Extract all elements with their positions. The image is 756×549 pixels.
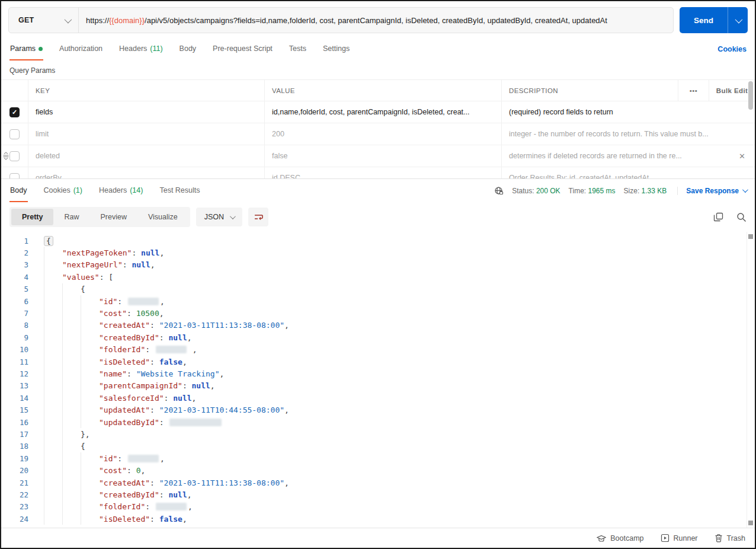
json-key: "folderId" (99, 502, 145, 511)
indent-guide (62, 441, 81, 452)
code-line: 16"updatedById": (1, 416, 755, 428)
response-body-editor[interactable]: 1{2"nextPageToken": null,3"nextPageUrl":… (1, 232, 755, 528)
footer-runner-button[interactable]: Runner (661, 534, 698, 542)
param-value-cell[interactable]: id DESC (265, 167, 502, 178)
response-tab-headers[interactable]: Headers(14) (98, 179, 143, 202)
response-tab-cookies[interactable]: Cookies(1) (43, 179, 83, 202)
redacted-value (156, 503, 187, 510)
redacted-value (156, 346, 187, 353)
tab-tests[interactable]: Tests (289, 38, 307, 60)
method-select[interactable]: GET (9, 8, 79, 33)
footer-bootcamp-button[interactable]: Bootcamp (597, 534, 643, 542)
view-tab-raw[interactable]: Raw (53, 209, 89, 225)
response-tab-test-results[interactable]: Test Results (159, 179, 200, 202)
view-tab-preview[interactable]: Preview (89, 209, 137, 225)
indent-guide (44, 380, 62, 392)
tab-params[interactable]: Params (9, 38, 43, 60)
param-key-cell[interactable]: fields (28, 101, 265, 123)
json-keyword-value: null (192, 381, 210, 390)
line-content: "cost": 10500, (44, 307, 164, 319)
indent-guide (62, 428, 81, 440)
cookies-link[interactable]: Cookies (717, 45, 747, 53)
json-keyword-value: null (141, 248, 159, 257)
param-description-cell[interactable]: integer - the number of records to retur… (502, 123, 755, 145)
copy-icon[interactable] (713, 212, 723, 222)
params-scrollbar-thumb[interactable] (748, 81, 753, 110)
view-tab-visualize[interactable]: Visualize (137, 209, 188, 225)
format-select[interactable]: JSON (196, 208, 242, 226)
indent-guide (44, 331, 62, 343)
param-row-deleted: deletedfalsedetermines if deleted record… (1, 145, 755, 167)
more-options-icon[interactable]: ••• (678, 80, 709, 101)
code-lines: 1{2"nextPageToken": null,3"nextPageUrl":… (1, 235, 755, 525)
tab-pre-request-script[interactable]: Pre-request Script (212, 38, 273, 60)
network-globe-icon[interactable] (494, 186, 504, 196)
search-icon[interactable] (736, 212, 747, 222)
line-number: 5 (1, 285, 28, 293)
json-punctuation: : (145, 502, 155, 511)
drag-handle-icon[interactable] (2, 152, 9, 160)
redacted-value (169, 419, 222, 426)
param-checkbox-unchecked[interactable] (9, 173, 20, 179)
footer-trash-button[interactable]: Trash (715, 534, 746, 542)
json-number-value: 10500 (136, 309, 159, 318)
remove-param-icon[interactable]: ✕ (736, 152, 748, 161)
json-punctuation: : (132, 248, 141, 257)
param-description-cell[interactable]: determines if deleted records are return… (502, 145, 755, 167)
json-key: "id" (99, 297, 117, 306)
send-split-button: Send (680, 7, 748, 33)
tab-authorization[interactable]: Authorization (59, 38, 103, 60)
param-key-cell[interactable]: orderBy (28, 167, 265, 178)
params-scrollbar[interactable] (748, 81, 754, 177)
code-line: 21"createdAt": "2021-03-11T11:13:38-08:0… (1, 477, 755, 489)
line-number: 14 (1, 394, 28, 403)
param-key-cell[interactable]: deleted (28, 145, 265, 167)
runner-icon (661, 534, 669, 542)
json-key: "salesforceId" (99, 394, 164, 403)
code-line: 24"isDeleted": false, (1, 513, 755, 525)
indent-guide (44, 307, 62, 319)
send-button[interactable]: Send (680, 7, 728, 33)
indent-guide (44, 344, 62, 356)
response-tab-count-badge: (1) (73, 186, 82, 194)
scrollbar-thumb-top[interactable] (748, 234, 753, 239)
line-content: "name": "Website Tracking", (44, 368, 224, 379)
json-punctuation: , (160, 297, 165, 306)
tab-settings[interactable]: Settings (322, 38, 350, 60)
size-badge: Size: 1.33 KB (624, 187, 667, 195)
scrollbar-thumb-bottom[interactable] (748, 521, 753, 525)
param-checkbox-unchecked[interactable] (9, 129, 20, 139)
param-row-control-cell (1, 167, 28, 178)
json-keyword-value: null (168, 333, 187, 342)
param-value-cell[interactable]: false (265, 145, 502, 167)
param-checkbox-unchecked[interactable] (9, 151, 20, 161)
param-description-cell[interactable]: Order Results By: id, createdAt, updated… (502, 167, 755, 178)
tab-body[interactable]: Body (179, 38, 197, 60)
tab-headers[interactable]: Headers(11) (118, 38, 164, 60)
param-key-cell[interactable]: limit (28, 123, 265, 145)
line-content: "parentCampaignId": null, (44, 380, 215, 392)
param-checkbox-checked[interactable]: ✓ (9, 107, 20, 117)
param-value-cell[interactable]: id,name,folderId, cost, parentCampaignId… (265, 101, 502, 123)
line-content: "createdById": null, (44, 489, 192, 500)
indent-guide (81, 356, 99, 368)
line-number: 16 (1, 418, 28, 427)
view-tab-pretty[interactable]: Pretty (11, 209, 53, 225)
code-line: 6"id": , (1, 295, 755, 307)
code-line: 18{ (1, 441, 755, 452)
send-options-button[interactable] (728, 7, 748, 33)
response-meta: Status: 200 OK Time: 1965 ms Size: 1.33 … (494, 186, 747, 196)
indent-guide (44, 416, 62, 428)
json-string-value: "2021-03-11T11:13:38-08:00" (159, 478, 284, 487)
line-number: 9 (1, 333, 28, 342)
response-scrollbar[interactable] (747, 232, 755, 528)
url-input[interactable]: https://{{domain}}/api/v5/objects/campai… (79, 8, 673, 33)
response-tab-body[interactable]: Body (9, 179, 28, 202)
response-toolbar-right (713, 212, 747, 222)
word-wrap-button[interactable] (248, 208, 268, 226)
save-response-button[interactable]: Save Response (677, 187, 747, 195)
param-row-control-cell: ✓ (1, 101, 28, 123)
param-description-cell[interactable]: (required) record fields to return (502, 101, 755, 123)
param-value-cell[interactable]: 200 (265, 123, 502, 145)
json-punctuation: , (182, 515, 187, 524)
